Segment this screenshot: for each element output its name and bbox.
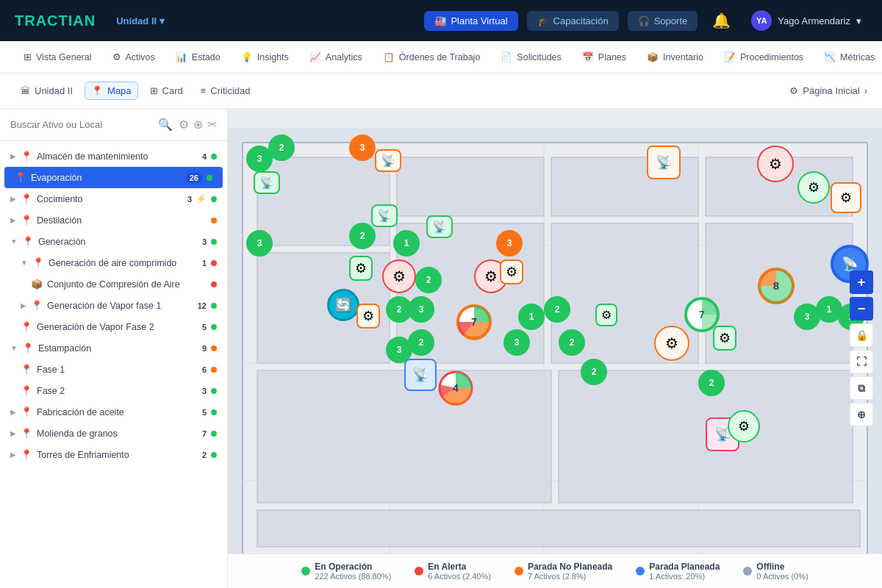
sidebar-item-evaporacion[interactable]: 📍 Evaporación 26 [4, 167, 223, 188]
marker-green-3c[interactable]: 3 [408, 296, 434, 323]
nav-ordenes[interactable]: 📋 Órdenes de Trabajo [374, 47, 490, 67]
expand-icon: ▶ [10, 429, 16, 437]
expand-icon: ▶ [10, 216, 16, 224]
marker-device-green3[interactable]: 📡 [426, 215, 453, 238]
pagina-inicial-button[interactable]: ⚙ Página Inicial › [789, 85, 867, 96]
search-input[interactable] [10, 119, 152, 130]
marker-orange-pie[interactable]: 7 [456, 304, 492, 340]
marker-orange-8[interactable]: 8 [757, 267, 795, 305]
marker-green-device2[interactable]: ⚙ [713, 326, 736, 351]
marker-orange-device4[interactable]: ⚙ [654, 326, 689, 361]
add-icon[interactable]: ⊕ [193, 118, 203, 132]
sidebar-item-gen-vapor1[interactable]: ▶ 📍 Generación de Vapor fase 1 12 [0, 295, 227, 316]
marker-orange-device2[interactable]: ⚙ [500, 259, 523, 284]
add-button[interactable]: ⊕ [850, 403, 873, 426]
zoom-out-button[interactable]: − [850, 297, 873, 320]
marker-blue-device1[interactable]: 📡 [404, 359, 437, 391]
legend-parada-plan: Parada Planeada 1 Activos:.20%) [636, 562, 720, 581]
filter-icon[interactable]: ✂ [207, 118, 217, 132]
breadcrumb-card[interactable]: ⊞ Card [144, 82, 189, 99]
fullscreen-button[interactable]: ⛶ [850, 350, 873, 373]
marker-red-device1[interactable]: ⚙ [382, 259, 416, 293]
sidebar-item-molienda[interactable]: ▶ 📍 Molienda de granos 7 [0, 423, 227, 444]
zoom-in-button[interactable]: + [850, 270, 873, 294]
nav-insights[interactable]: 💡 Insights [232, 47, 298, 67]
soporte-button[interactable]: 🎧 Soporte [628, 11, 698, 31]
marker-orange-3[interactable]: 3 [349, 135, 376, 161]
marker-green-device3[interactable]: ⚙ [728, 410, 760, 442]
marker-green-2i[interactable]: 2 [698, 370, 725, 396]
sidebar-item-gen-aire[interactable]: ▼ 📍 Generación de aire comprimido 1 [0, 252, 227, 273]
marker-red-device3[interactable]: ⚙ [757, 146, 794, 182]
marker-orange-device3[interactable]: 📡 [647, 146, 681, 179]
marker-green-2h[interactable]: 2 [581, 359, 607, 385]
marker-green-gear[interactable]: ⚙ [797, 171, 830, 204]
sidebar-item-torres[interactable]: ▶ 📍 Torres de Enfriamiento 2 [0, 444, 227, 465]
expand-icon: ▶ [10, 195, 16, 203]
capacitacion-button[interactable]: 🎓 Capacitación [527, 11, 619, 31]
breadcrumb-criticidad[interactable]: ≡ Criticidad [195, 82, 257, 99]
nav-inventario[interactable]: 📦 Inventario [638, 47, 712, 67]
nav-analytics[interactable]: 📈 Analytics [301, 47, 371, 67]
sidebar-item-fase1[interactable]: 📍 Fase 1 6 [0, 359, 227, 380]
notifications-bell[interactable]: 🔔 [706, 9, 736, 32]
breadcrumb-bar: 🏛 Unidad II 📍 Mapa ⊞ Card ≡ Criticidad ⚙… [0, 74, 882, 109]
marker-device-gear1[interactable]: ⚙ [349, 256, 373, 281]
marker-green-2g[interactable]: 2 [559, 329, 585, 356]
lock-button[interactable]: 🔒 [850, 323, 873, 347]
status-dot [211, 303, 217, 309]
marker-green-device[interactable]: ⚙ [595, 304, 617, 326]
status-dot [207, 175, 212, 181]
legend-dot-parada-plan [636, 567, 645, 576]
status-dot [211, 409, 217, 415]
expand-icon: ▼ [21, 259, 28, 267]
sidebar-item-almacen[interactable]: ▶ 📍 Almacén de mantenimiento 4 [0, 146, 227, 167]
sidebar-item-conjunto-comp[interactable]: 📦 Conjunto de Compresión de Aire [0, 273, 227, 295]
legend-operacion: En Operación 222 Activos (88.80%) [301, 562, 391, 581]
marker-device-orange1[interactable]: 📡 [375, 149, 401, 172]
breadcrumb-unidad[interactable]: 🏛 Unidad II [15, 82, 79, 99]
nav-estado[interactable]: 📊 Estado [167, 47, 229, 67]
marker-green-3b[interactable]: 3 [246, 230, 273, 257]
marker-green-1b[interactable]: 1 [518, 304, 545, 330]
marker-green-3e[interactable]: 3 [503, 329, 530, 356]
marker-green-2a[interactable]: 2 [268, 135, 295, 161]
sidebar-item-generacion[interactable]: ▼ 📍 Generación 3 [0, 231, 227, 252]
legend-dot-operacion [301, 567, 310, 576]
settings-icon[interactable]: ⚙ [179, 118, 189, 132]
copy-button[interactable]: ⧉ [850, 376, 873, 400]
svg-text:7: 7 [699, 309, 705, 320]
marker-device-1[interactable]: 📡 [254, 171, 280, 194]
expand-icon: ▶ [21, 301, 26, 309]
sidebar-item-destilacion[interactable]: ▶ 📍 Destilación [0, 209, 227, 231]
marker-orange-device5[interactable]: ⚙ [831, 182, 861, 213]
marker-green-2f[interactable]: 2 [544, 296, 570, 323]
marker-pie-bottom[interactable]: 4 [437, 370, 474, 406]
map-area[interactable]: 3 2 📡 3 📡 3 2 📡 1 ⚙ 🔄 [228, 109, 882, 588]
sidebar-item-fase2[interactable]: 📍 Fase 2 3 [0, 380, 227, 401]
user-menu[interactable]: YA Yago Armendariz ▾ [745, 7, 867, 34]
marker-device-gear-orange[interactable]: ⚙ [356, 304, 380, 329]
sidebar-item-fabricacion[interactable]: ▶ 📍 Fabricación de aceite 5 [0, 401, 227, 423]
nav-vista-general[interactable]: ⊞ Vista General [15, 47, 101, 67]
marker-green-2e[interactable]: 2 [408, 329, 434, 356]
sidebar-item-cocimiento[interactable]: ▶ 📍 Cocimiento 3 ⚡ [0, 188, 227, 209]
breadcrumb-mapa[interactable]: 📍 Mapa [85, 82, 138, 100]
nav-procedimientos[interactable]: 📝 Procedimientos [715, 47, 812, 67]
sidebar-item-estampacion[interactable]: ▼ 📍 Estampación 9 [0, 337, 227, 359]
unit-selector[interactable]: Unidad II ▾ [110, 12, 171, 29]
marker-green-2d[interactable]: 2 [415, 267, 442, 293]
sidebar-item-gen-vapor2[interactable]: 📍 Generación de Vapor Fase 2 5 [0, 316, 227, 337]
marker-device-green2[interactable]: 📡 [371, 204, 398, 227]
status-dot [211, 239, 217, 245]
nav-metricas[interactable]: 📉 Métricas [815, 47, 882, 67]
expand-icon: ▼ [10, 237, 18, 245]
planta-virtual-button[interactable]: 🏭 Planta Virtual [424, 11, 517, 31]
marker-device-cyan[interactable]: 🔄 [327, 289, 359, 321]
nav-planes[interactable]: 📅 Planes [573, 47, 635, 67]
nav-solicitudes[interactable]: 📄 Solicitudes [492, 47, 570, 67]
search-icon[interactable]: 🔍 [158, 118, 173, 132]
nav-activos[interactable]: ⚙ Activos [104, 47, 164, 67]
marker-orange-3b[interactable]: 3 [496, 230, 523, 257]
marker-green-1[interactable]: 1 [393, 230, 420, 257]
